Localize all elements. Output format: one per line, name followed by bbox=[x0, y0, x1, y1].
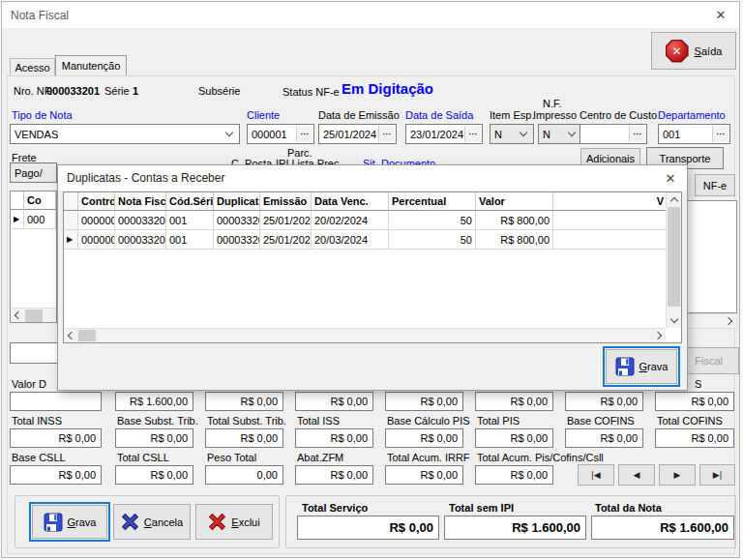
table-row-selected[interactable]: ▶ 0000002 000033201 001 000033201/B 25/0… bbox=[64, 230, 681, 250]
screen: Nota Fiscal ✕ ✕ Saída Acesso Manutenção … bbox=[0, 0, 743, 560]
ellipsis-icon[interactable]: ··· bbox=[712, 126, 728, 142]
cliente-field[interactable]: 000001 ··· bbox=[247, 124, 314, 144]
nav-prev-button[interactable]: ◀ bbox=[618, 464, 655, 486]
item-esp-select[interactable]: N bbox=[490, 124, 534, 144]
base-cofins-field[interactable]: R$ 0,00 bbox=[565, 428, 643, 448]
data-emissao-label: Data de Emissão bbox=[318, 109, 400, 121]
label-fragment-s: S bbox=[695, 378, 701, 390]
totals-row1-field-3[interactable]: R$ 0,00 bbox=[205, 392, 283, 411]
table-row[interactable]: 0000002 000033201 001 000033201/A 25/01/… bbox=[64, 211, 681, 230]
valor-d-label-fragment: Valor D bbox=[12, 378, 46, 390]
totals-row1-field-2[interactable]: R$ 1.600,00 bbox=[115, 392, 193, 411]
totals-row1-field-4[interactable]: R$ 0,00 bbox=[295, 392, 373, 411]
x-cross-red-icon bbox=[208, 513, 226, 531]
dialog-close-button[interactable]: ✕ bbox=[656, 165, 685, 191]
total-acum-pis-cofins-csll-field[interactable]: R$ 0,00 bbox=[475, 465, 553, 485]
nav-first-button[interactable]: |◀ bbox=[578, 464, 614, 486]
data-emissao-field[interactable]: 25/01/2024 ··· bbox=[318, 124, 397, 144]
status-nfe-label: Status NF-e bbox=[282, 86, 340, 98]
scrollbar-thumb[interactable] bbox=[78, 330, 96, 341]
ellipsis-icon[interactable]: ··· bbox=[296, 126, 312, 142]
base-subst-trib-field[interactable]: R$ 0,00 bbox=[115, 428, 193, 448]
exclui-button[interactable]: Exclui bbox=[195, 504, 273, 540]
window-title: Nota Fiscal bbox=[11, 9, 69, 22]
departamento-field[interactable]: 001 ··· bbox=[658, 124, 730, 144]
total-cofins-field[interactable]: R$ 0,00 bbox=[655, 428, 734, 448]
nav-next-button[interactable]: ▶ bbox=[659, 464, 696, 486]
tab-manutencao[interactable]: Manutenção bbox=[55, 55, 127, 75]
main-titlebar: Nota Fiscal ✕ bbox=[2, 2, 739, 28]
serie-value: 1 bbox=[133, 85, 138, 97]
scroll-up-icon[interactable] bbox=[667, 192, 681, 206]
scrollbar-thumb[interactable] bbox=[668, 207, 680, 307]
nfe-button[interactable]: NF-e bbox=[695, 174, 735, 196]
tipo-de-nota-select[interactable]: VENDAS bbox=[10, 124, 240, 144]
total-pis-field[interactable]: R$ 0,00 bbox=[475, 428, 553, 448]
base-calculo-pis-label: Base Cálculo PIS bbox=[387, 415, 470, 427]
total-subst-trib-field[interactable]: R$ 0,00 bbox=[205, 428, 283, 448]
scroll-left-icon[interactable] bbox=[11, 309, 24, 322]
total-servico-label: Total Serviço bbox=[302, 502, 368, 514]
close-icon: ✕ bbox=[716, 8, 727, 22]
base-calculo-pis-field[interactable]: R$ 0,00 bbox=[385, 428, 463, 448]
serie-label: Série bbox=[104, 85, 130, 97]
total-acum-irrf-field[interactable]: R$ 0,00 bbox=[385, 465, 463, 485]
total-pis-label: Total PIS bbox=[477, 415, 520, 427]
total-iss-field[interactable]: R$ 0,00 bbox=[295, 428, 373, 448]
nf-impresso-select[interactable]: N bbox=[538, 124, 582, 144]
totals-row1-field-7[interactable]: R$ 0,00 bbox=[565, 392, 643, 411]
status-nfe-value: Em Digitação bbox=[342, 80, 433, 97]
grava-button[interactable]: Grava bbox=[32, 505, 107, 539]
total-servico-field: R$ 0,00 bbox=[297, 516, 439, 540]
totals-row1-field-6[interactable]: R$ 0,00 bbox=[475, 392, 553, 411]
total-csll-label: Total CSLL bbox=[117, 452, 169, 463]
duplicatas-grid[interactable]: Controle Nota Fiscal Cód.Série Duplicata… bbox=[63, 192, 682, 343]
grid-vscrollbar[interactable] bbox=[666, 192, 681, 328]
stop-x-icon: ✕ bbox=[666, 40, 689, 63]
total-inss-field[interactable]: R$ 0,00 bbox=[10, 428, 102, 448]
grid-hscrollbar[interactable] bbox=[64, 328, 666, 342]
total-sem-ipi-label: Total sem IPI bbox=[449, 502, 514, 514]
total-da-nota-label: Total da Nota bbox=[595, 502, 662, 514]
scroll-right-icon[interactable] bbox=[652, 329, 666, 342]
subserie-label: Subsérie bbox=[198, 85, 240, 97]
col-cod-serie: Cód.Série bbox=[166, 192, 214, 211]
scroll-left-icon[interactable] bbox=[64, 329, 77, 342]
saida-button[interactable]: ✕ Saída bbox=[651, 32, 736, 70]
tab-acesso[interactable]: Acesso bbox=[10, 58, 55, 75]
centro-custo-field[interactable]: ··· bbox=[580, 124, 647, 144]
totals-row1-field-1[interactable] bbox=[10, 392, 102, 411]
items-grid-hscrollbar[interactable] bbox=[11, 308, 56, 322]
peso-total-label: Peso Total bbox=[207, 452, 256, 463]
chevron-down-icon bbox=[516, 125, 531, 143]
scroll-right-icon[interactable] bbox=[722, 314, 736, 328]
totals-row1-field-5[interactable]: R$ 0,00 bbox=[385, 392, 463, 411]
peso-total-field[interactable]: 0,00 bbox=[205, 465, 283, 485]
total-acum-pis-cofins-csll-label: Total Acum. Pis/Cofins/Csll bbox=[477, 452, 604, 463]
total-csll-field[interactable]: R$ 0,00 bbox=[115, 465, 193, 485]
items-grid-left[interactable]: Co ▶ 000 bbox=[10, 191, 57, 323]
floppy-disk-icon bbox=[615, 357, 635, 376]
total-inss-label: Total INSS bbox=[12, 415, 62, 427]
ellipsis-icon[interactable]: ··· bbox=[629, 126, 645, 142]
row-marker-icon: ▶ bbox=[64, 230, 78, 250]
window-close-button[interactable]: ✕ bbox=[706, 2, 735, 28]
ellipsis-icon[interactable]: ··· bbox=[464, 126, 481, 142]
totals-row1-field-8[interactable]: R$ 0,00 bbox=[655, 392, 734, 411]
scroll-down-icon[interactable] bbox=[667, 314, 681, 328]
base-subst-trib-label: Base Subst. Trib. bbox=[117, 415, 198, 427]
tipo-de-nota-label: Tipo de Nota bbox=[12, 109, 73, 121]
ellipsis-icon[interactable]: ··· bbox=[378, 126, 395, 142]
nav-last-button[interactable]: ▶| bbox=[699, 464, 735, 486]
cancela-button[interactable]: Cancela bbox=[113, 504, 191, 540]
duplicatas-dialog: Duplicatas - Contas a Receber ✕ Controle… bbox=[57, 164, 688, 391]
scrollbar-thumb[interactable] bbox=[25, 309, 43, 322]
base-csll-field[interactable]: R$ 0,00 bbox=[10, 465, 102, 485]
dialog-grava-button[interactable]: Grava bbox=[606, 349, 677, 384]
dialog-title: Duplicatas - Contas a Receber bbox=[67, 171, 224, 185]
abat-zfm-field[interactable]: R$ 0,00 bbox=[295, 465, 373, 485]
frete-pago-select[interactable]: Pago/ bbox=[10, 162, 57, 183]
col-emissao: Emissão bbox=[260, 192, 312, 211]
data-saida-field[interactable]: 23/01/2024 ··· bbox=[405, 124, 483, 144]
col-data-venc: Data Venc. bbox=[312, 192, 389, 211]
